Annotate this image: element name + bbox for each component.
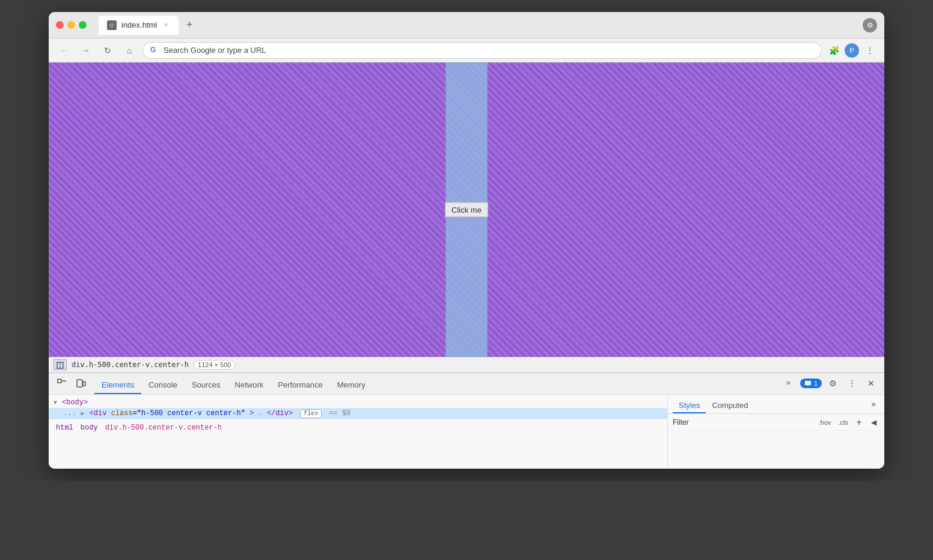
viewport: Click me: [49, 62, 884, 357]
devtools-tabs: Elements Console Sources Network Perform…: [49, 373, 884, 395]
profile-icon[interactable]: P: [845, 43, 859, 58]
tab-close-button[interactable]: ×: [162, 21, 170, 29]
styles-filter-input[interactable]: Filter: [673, 418, 813, 427]
breadcrumb-bar: html body div.h-500.center-v.center-h: [49, 419, 667, 436]
dom-row-body[interactable]: ▼ <body>: [49, 397, 667, 408]
devtools-left-icons: [54, 375, 90, 394]
svg-rect-3: [58, 379, 61, 383]
tab-sources[interactable]: Sources: [185, 377, 228, 394]
cls-filter-button[interactable]: .cls: [836, 418, 851, 427]
panel-toggle-button[interactable]: ◀: [867, 416, 879, 428]
devtools-main: ▼ <body> ... ▶ <div class="h-500 center-…: [49, 395, 884, 469]
expand-icon-2: ▶: [81, 410, 87, 417]
more-tabs-button[interactable]: »: [779, 374, 798, 392]
styles-tab-computed[interactable]: Computed: [706, 398, 754, 413]
elements-left-panel: ▼ <body> ... ▶ <div class="h-500 center-…: [49, 395, 668, 469]
home-button[interactable]: ⌂: [121, 42, 138, 59]
address-bar[interactable]: G Search Google or type a URL: [142, 42, 822, 59]
device-toolbar-button[interactable]: [73, 375, 90, 392]
google-icon: G: [150, 46, 160, 55]
element-size-badge: 1124 × 500: [194, 360, 235, 370]
active-tab[interactable]: index.html ×: [99, 16, 179, 35]
svg-rect-6: [83, 382, 85, 386]
breadcrumb-div[interactable]: div.h-500.center-v.center-h: [103, 423, 224, 433]
nav-right-icons: 🧩 P ⋮: [827, 43, 877, 58]
styles-filter-actions: :hov .cls + ◀: [816, 416, 879, 428]
tab-performance[interactable]: Performance: [271, 377, 329, 394]
devtools-close-button[interactable]: ✕: [863, 375, 879, 392]
dom-body-tag: <body>: [62, 398, 88, 407]
reload-button[interactable]: ↻: [99, 42, 116, 59]
svg-rect-5: [77, 380, 82, 387]
styles-filter-bar: Filter :hov .cls + ◀: [668, 414, 884, 431]
dollar-zero: == $0: [329, 409, 350, 418]
elements-right-panel: Styles Computed » Filter :hov .cls + ◀: [668, 395, 884, 469]
styles-tab-more[interactable]: »: [867, 397, 879, 413]
dom-row-div[interactable]: ... ▶ <div class="h-500 center-v center-…: [49, 408, 667, 419]
browser-window: index.html × + ⚙ ← → ↻ ⌂ G Search Google…: [49, 12, 884, 469]
element-type-badge: [54, 359, 67, 370]
extensions-icon[interactable]: 🧩: [827, 43, 841, 58]
styles-tab-styles[interactable]: Styles: [673, 398, 706, 413]
chrome-menu-icon[interactable]: ⋮: [863, 43, 877, 58]
forward-button[interactable]: →: [78, 42, 94, 59]
maximize-button[interactable]: [79, 21, 87, 29]
element-info-bar: div.h-500.center-v.center-h 1124 × 500: [49, 357, 884, 373]
click-me-button[interactable]: Click me: [445, 202, 488, 218]
devtools-tabs-right: » 1 ⚙ ⋮ ✕: [779, 374, 879, 394]
devtools-more-button[interactable]: ⋮: [843, 375, 860, 392]
devtools-message-badge[interactable]: 1: [800, 379, 822, 388]
inspect-element-button[interactable]: [54, 375, 70, 392]
tab-memory[interactable]: Memory: [330, 377, 373, 394]
tab-console[interactable]: Console: [141, 377, 185, 394]
add-style-button[interactable]: +: [853, 416, 865, 428]
styles-tabs: Styles Computed »: [668, 395, 884, 414]
expand-icon: ▼: [54, 400, 60, 406]
tab-elements[interactable]: Elements: [94, 377, 141, 394]
tab-network[interactable]: Network: [228, 377, 271, 394]
devtools-panel: Elements Console Sources Network Perform…: [49, 373, 884, 469]
title-bar-right: ⚙: [863, 18, 877, 32]
tab-bar: index.html × +: [99, 16, 858, 35]
new-tab-button[interactable]: +: [181, 17, 198, 34]
back-button[interactable]: ←: [56, 42, 73, 59]
breadcrumb-html[interactable]: html: [54, 423, 76, 433]
svg-point-0: [109, 23, 114, 28]
dom-dots: ...: [63, 409, 76, 418]
tab-favicon: [107, 20, 117, 30]
address-text: Search Google or type a URL: [164, 46, 266, 55]
traffic-lights: [56, 21, 87, 29]
element-class-name: div.h-500.center-v.center-h: [72, 361, 189, 369]
devtools-settings-button[interactable]: ⚙: [824, 375, 841, 392]
dom-div-content: <div class="h-500 center-v center-h" > ……: [90, 409, 293, 418]
nav-bar: ← → ↻ ⌂ G Search Google or type a URL 🧩 …: [49, 38, 884, 62]
close-button[interactable]: [56, 21, 64, 29]
hov-filter-button[interactable]: :hov: [816, 418, 834, 427]
chrome-settings-icon[interactable]: ⚙: [863, 18, 877, 32]
title-bar: index.html × + ⚙: [49, 12, 884, 38]
flex-badge: flex: [300, 409, 322, 418]
breadcrumb-body[interactable]: body: [78, 423, 100, 433]
tab-title: index.html: [121, 20, 157, 29]
minimize-button[interactable]: [67, 21, 75, 29]
